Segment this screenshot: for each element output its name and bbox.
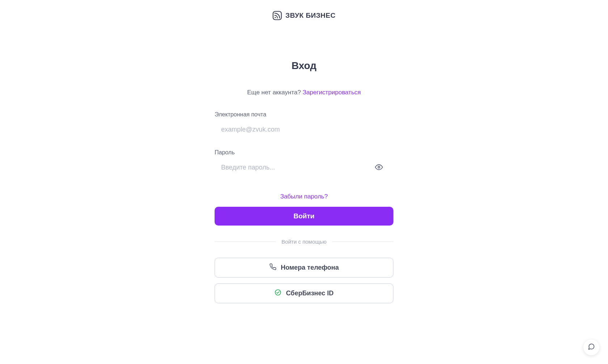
divider-line-left <box>215 241 276 242</box>
login-with-phone-label: Номера телефона <box>281 264 339 271</box>
password-input-wrap <box>215 159 393 176</box>
password-input[interactable] <box>215 159 393 176</box>
brand-logo-icon <box>273 11 282 20</box>
eye-icon <box>375 167 383 172</box>
email-input[interactable] <box>215 121 393 138</box>
password-label: Пароль <box>215 149 393 156</box>
brand-name: ЗВУК БИЗНЕС <box>286 12 335 20</box>
email-field-group: Электронная почта <box>215 111 393 138</box>
alt-login-divider: Войти с помощью <box>215 239 393 245</box>
phone-icon <box>269 263 276 272</box>
svg-point-3 <box>275 290 281 295</box>
svg-point-2 <box>378 166 380 168</box>
divider-line-right <box>332 241 393 242</box>
no-account-text: Еще нет аккаунта? <box>247 89 303 96</box>
page-title: Вход <box>215 60 393 72</box>
svg-rect-0 <box>273 12 281 20</box>
login-with-sber-button[interactable]: СберБизнес ID <box>215 283 393 303</box>
divider-text: Войти с помощью <box>282 239 326 245</box>
login-form: Вход Еще нет аккаунта? Зарегистрироватьс… <box>215 60 393 303</box>
brand-logo: ЗВУК БИЗНЕС <box>0 0 608 20</box>
login-button[interactable]: Войти <box>215 207 393 226</box>
chat-support-button[interactable] <box>583 339 599 355</box>
signup-prompt: Еще нет аккаунта? Зарегистрироваться <box>215 89 393 96</box>
login-with-sber-label: СберБизнес ID <box>286 290 334 297</box>
register-link[interactable]: Зарегистрироваться <box>303 89 361 96</box>
email-label: Электронная почта <box>215 111 393 118</box>
toggle-password-visibility-button[interactable] <box>373 161 385 174</box>
password-field-group: Пароль <box>215 149 393 176</box>
login-with-phone-button[interactable]: Номера телефона <box>215 258 393 278</box>
chat-icon <box>588 343 595 352</box>
forgot-password-link[interactable]: Забыли пароль? <box>280 193 328 200</box>
sber-check-icon <box>274 289 282 298</box>
alt-login-buttons: Номера телефона СберБизнес ID <box>215 258 393 303</box>
svg-point-1 <box>275 17 276 18</box>
email-input-wrap <box>215 121 393 138</box>
forgot-password-row: Забыли пароль? <box>215 193 393 200</box>
